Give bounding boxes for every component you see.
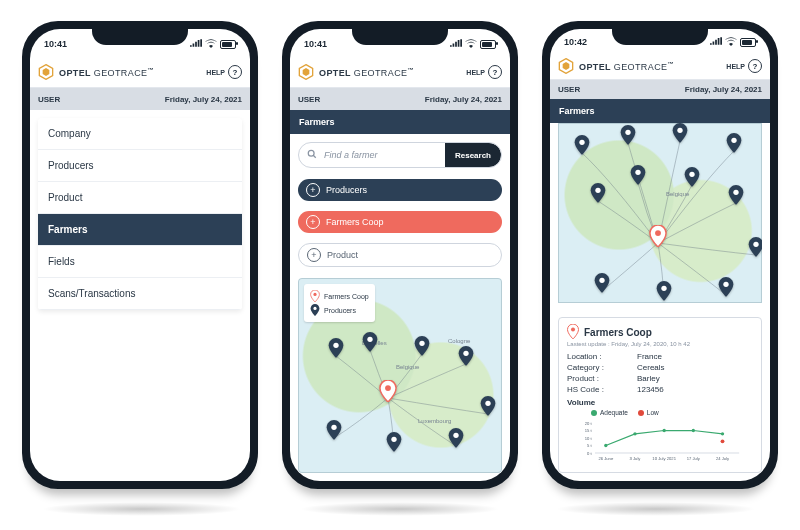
map-label: Belgique [666, 191, 689, 197]
svg-text:0 t: 0 t [587, 451, 592, 456]
phone-shadow [556, 502, 756, 516]
user-label: USER [558, 85, 580, 94]
legend-item-producers: Producers [310, 304, 369, 316]
phone-3: 10:42 OPTEL GEOTRACE™ HELP [542, 21, 778, 489]
phone-1: 10:41 OPTEL GEOTRAC [22, 21, 258, 489]
svg-point-14 [391, 437, 396, 442]
card-subtitle: Lastest update : Friday, July 24, 2020, … [567, 341, 753, 347]
map-pin-producer[interactable] [656, 281, 672, 301]
screen-1: 10:41 OPTEL GEOTRAC [30, 29, 250, 481]
logo-icon [298, 64, 314, 80]
menu-item-scans[interactable]: Scans/Transactions [38, 278, 242, 310]
legend-item-farmerscoop: Farmers Coop [310, 290, 369, 302]
menu-item-product[interactable]: Product [38, 182, 242, 214]
date-label: Friday, July 24, 2021 [165, 95, 242, 104]
status-time: 10:41 [304, 39, 327, 49]
map-legend: Farmers Coop Producers [304, 284, 375, 322]
map-pin-producer[interactable] [590, 183, 606, 203]
map-pin-producer[interactable] [684, 167, 700, 187]
help-icon: ? [488, 65, 502, 79]
battery-icon [220, 40, 236, 49]
help-button[interactable]: HELP ? [466, 65, 502, 79]
signal-icon [450, 39, 462, 49]
map[interactable]: Farmers Coop Producers Bruxelles Belgiqu… [298, 278, 502, 473]
brand-name: OPTEL GEOTRACE™ [319, 67, 414, 78]
svg-text:5 t: 5 t [587, 443, 592, 448]
svg-point-32 [571, 327, 575, 331]
svg-point-29 [661, 285, 666, 290]
app-header: OPTEL GEOTRACE™ HELP ? [30, 57, 250, 88]
help-label: HELP [726, 63, 745, 70]
plus-icon: + [307, 248, 321, 262]
section-title: Farmers [550, 99, 770, 123]
menu-item-farmers[interactable]: Farmers [38, 214, 242, 246]
map-pin-producer[interactable] [458, 346, 474, 366]
volume-chart: 20 t 15 t 10 t 5 t 0 t [567, 418, 753, 468]
battery-icon [480, 40, 496, 49]
search-input[interactable] [322, 149, 445, 161]
map-pin-coop[interactable] [379, 380, 397, 402]
status-icons [450, 39, 496, 50]
status-time: 10:42 [564, 37, 587, 47]
svg-marker-18 [563, 62, 570, 70]
stage: 10:41 OPTEL GEOTRAC [0, 0, 800, 530]
svg-point-24 [595, 187, 600, 192]
map-pin-producer[interactable] [362, 332, 378, 352]
menu-item-producers[interactable]: Producers [38, 150, 242, 182]
map-pin-producer[interactable] [726, 133, 742, 153]
brand-name: OPTEL GEOTRACE™ [59, 67, 154, 78]
svg-point-30 [723, 281, 728, 286]
phone-notch [352, 25, 448, 45]
help-button[interactable]: HELP ? [206, 65, 242, 79]
status-icons [190, 39, 236, 50]
svg-point-43 [721, 432, 724, 435]
svg-point-40 [633, 432, 636, 435]
map[interactable]: Belgique [558, 123, 762, 303]
filter-pill-product[interactable]: + Product [298, 243, 502, 267]
nav-menu: Company Producers Product Farmers Fields… [38, 118, 242, 310]
map-pin-producer[interactable] [620, 125, 636, 145]
help-button[interactable]: HELP ? [726, 59, 762, 73]
status-icons [710, 37, 756, 48]
svg-point-28 [599, 277, 604, 282]
map-pin-producer[interactable] [328, 338, 344, 358]
svg-point-15 [453, 433, 458, 438]
date-label: Friday, July 24, 2021 [425, 95, 502, 104]
menu-item-company[interactable]: Company [38, 118, 242, 150]
menu-item-fields[interactable]: Fields [38, 246, 242, 278]
map-pin-producer[interactable] [480, 396, 496, 416]
svg-point-19 [655, 230, 661, 236]
map-pin-producer[interactable] [326, 420, 342, 440]
map-pin-producer[interactable] [672, 123, 688, 143]
map-pin-producer[interactable] [414, 336, 430, 356]
legend-adequate: Adequate [591, 409, 628, 416]
svg-point-11 [419, 341, 424, 346]
svg-point-44 [721, 439, 725, 443]
map-pin-producer[interactable] [748, 237, 762, 257]
filter-pill-farmerscoop[interactable]: + Farmers Coop [298, 211, 502, 233]
map-pin-producer[interactable] [594, 273, 610, 293]
map-pin-producer[interactable] [718, 277, 734, 297]
svg-point-12 [463, 351, 468, 356]
user-label: USER [38, 95, 60, 104]
map-pin-producer[interactable] [630, 165, 646, 185]
svg-point-25 [635, 169, 640, 174]
filter-pill-producers[interactable]: + Producers [298, 179, 502, 201]
wifi-icon [465, 39, 477, 50]
map-label: Luxembourg [418, 418, 451, 424]
app-header: OPTEL GEOTRACE™ HELP ? [550, 53, 770, 80]
svg-point-7 [313, 307, 316, 310]
svg-point-42 [692, 429, 695, 432]
svg-text:15 t: 15 t [585, 428, 593, 433]
search-button[interactable]: Research [445, 143, 501, 167]
phone-notch [612, 25, 708, 45]
svg-point-31 [753, 241, 758, 246]
map-pin-producer[interactable] [386, 432, 402, 452]
map-pin-producer[interactable] [574, 135, 590, 155]
map-pin-producer[interactable] [728, 185, 744, 205]
map-pin-coop[interactable] [649, 225, 667, 247]
app-header: OPTEL GEOTRACE™ HELP ? [290, 57, 510, 88]
map-pin-producer[interactable] [448, 428, 464, 448]
svg-text:20 t: 20 t [585, 421, 593, 426]
user-bar: USER Friday, July 24, 2021 [290, 88, 510, 110]
